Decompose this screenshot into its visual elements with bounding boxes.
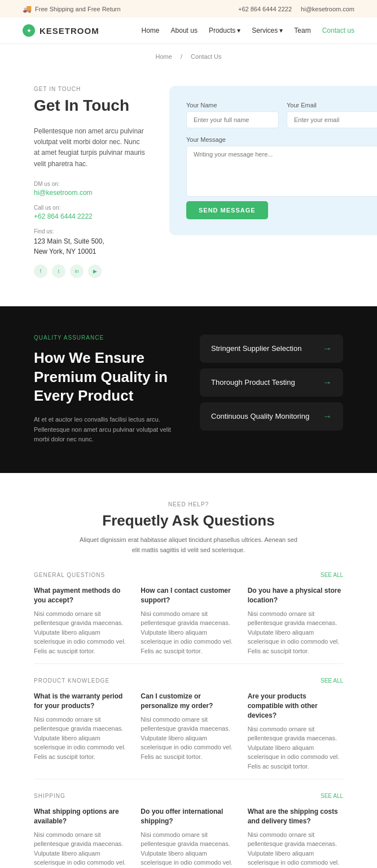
faq-product-grid: What is the warranty period for your pro… [34,692,343,771]
faq-item: Are your products compatible with other … [248,692,343,771]
faq-answer: Nisi commodo ornare sit pellentesque gra… [34,609,129,656]
quality-description: At et et auctor leo convallis facilisi l… [34,415,177,445]
faq-shipping-label: SHIPPING [34,793,65,799]
twitter-icon[interactable]: t [52,264,65,278]
send-button[interactable]: SEND MESSAGE [186,201,268,219]
quality-left: QUALITY ASSURANCE How We Ensure Premium … [34,335,177,445]
youtube-icon[interactable]: ▶ [88,264,102,278]
contact-description: Pellentesque non amet arcu pulvinar volu… [34,126,147,170]
faq-question: What are the shipping costs and delivery… [248,807,343,826]
contact-form-card: Your Name Your Email Your Message SEND M… [169,86,377,235]
quality-item-2-label: Thorough Product Testing [211,378,295,387]
contact-right: Your Name Your Email Your Message SEND M… [169,86,377,278]
faq-question: How can I contact customer support? [141,586,236,605]
faq-subtitle: Aliquet dignissim erat habitasse aliquet… [76,535,301,555]
faq-item: What is the warranty period for your pro… [34,692,129,771]
facebook-icon[interactable]: f [34,264,47,278]
nav-contact[interactable]: Contact us [322,27,354,34]
faq-item: Can I customize or personalize my order?… [141,692,236,771]
faq-answer: Nisi commodo ornare sit pellentesque gra… [34,830,129,868]
nav-links: Home About us Products ▾ Services ▾ Team… [142,27,354,34]
faq-answer: Nisi commodo ornare sit pellentesque gra… [248,830,343,868]
dm-email-link[interactable]: hi@kesetroom.com [34,189,93,197]
faq-shipping-grid: What shipping options are available? Nis… [34,807,343,868]
contact-title: Get In Touch [34,97,147,115]
email-label: Your Email [287,102,377,108]
faq-header: NEED HELP? Frequetly Ask Questions Aliqu… [34,501,343,555]
logo-icon: ✦ [23,24,35,37]
arrow-icon-3: → [323,411,332,422]
faq-product-see-all[interactable]: SEE ALL [321,678,343,684]
call-label: Call us on: [34,205,147,211]
address-line1: 123 Main St, Suite 500, [34,237,104,245]
faq-question: What payment methods do you accept? [34,586,129,605]
address-block: Find us: 123 Main St, Suite 500, New Yor… [34,228,147,257]
nav-about[interactable]: About us [171,27,198,34]
faq-question: What shipping options are available? [34,807,129,826]
nav-home[interactable]: Home [142,27,160,34]
faq-item: Do you offer international shipping? Nis… [141,807,236,868]
address: 123 Main St, Suite 500, New York, NY 100… [34,236,147,257]
top-phone: +62 864 6444 2222 [238,6,292,12]
faq-answer: Nisi commodo ornare sit pellentesque gra… [141,609,236,656]
faq-item: What are the shipping costs and delivery… [248,807,343,868]
quality-label: QUALITY ASSURANCE [34,335,177,341]
nav-team[interactable]: Team [294,27,310,34]
quality-item-1[interactable]: Stringent Supplier Selection → [200,335,343,363]
quality-item-1-label: Stringent Supplier Selection [211,344,301,353]
nav-services[interactable]: Services ▾ [252,27,283,34]
faq-answer: Nisi commodo ornare sit pellentesque gra… [34,715,129,762]
dm-label: DM us on: [34,181,147,187]
faq-item: What payment methods do you accept? Nisi… [34,586,129,656]
faq-question: Do you offer international shipping? [141,807,236,826]
quality-section: QUALITY ASSURANCE How We Ensure Premium … [0,306,377,473]
navbar: ✦ KESETROOM Home About us Products ▾ Ser… [0,18,377,44]
quality-item-3[interactable]: Continuous Quality Monitoring → [200,402,343,431]
call-phone: +62 864 6444 2222 [34,212,147,220]
truck-icon: 🚚 [23,5,32,13]
faq-answer: Nisi commodo ornare sit pellentesque gra… [141,830,236,868]
dm-email: hi@kesetroom.com [34,189,147,197]
breadcrumb: Home / Contact Us [0,44,377,69]
address-line2: New York, NY 10001 [34,248,97,255]
arrow-icon-1: → [323,344,332,354]
logo-text: KESETROOM [40,26,99,36]
faq-question: Can I customize or personalize my order? [141,692,236,711]
quality-item-2[interactable]: Thorough Product Testing → [200,368,343,397]
message-textarea[interactable] [186,146,377,197]
faq-question: Do you have a physical store location? [248,586,343,605]
nav-products[interactable]: Products ▾ [209,27,240,34]
top-email: hi@kesetroom.com [301,6,354,12]
message-label: Your Message [186,136,377,143]
form-name-email-row: Your Name Your Email [186,102,377,128]
chevron-down-icon-2: ▾ [279,27,283,34]
contact-section: GET IN TOUCH Get In Touch Pellentesque n… [0,69,377,306]
top-bar-contact: +62 864 6444 2222 hi@kesetroom.com [238,6,354,12]
email-group: Your Email [287,102,377,128]
name-input[interactable] [186,111,279,128]
faq-product-header: PRODUCT KNOWLEDGE SEE ALL [34,678,343,684]
quality-right: Stringent Supplier Selection → Thorough … [200,335,343,431]
faq-shipping-see-all[interactable]: SEE ALL [321,793,343,799]
faq-title: Frequetly Ask Questions [34,512,343,530]
quality-item-3-label: Continuous Quality Monitoring [211,412,309,420]
instagram-icon[interactable]: in [70,264,84,278]
faq-section: NEED HELP? Frequetly Ask Questions Aliqu… [0,473,377,868]
faq-product-label: PRODUCT KNOWLEDGE [34,678,109,684]
message-group: Your Message [186,136,377,197]
faq-shipping-header: SHIPPING SEE ALL [34,793,343,799]
faq-item: What shipping options are available? Nis… [34,807,129,868]
faq-answer: Nisi commodo ornare sit pellentesque gra… [141,715,236,762]
breadcrumb-home[interactable]: Home [156,53,172,60]
social-icons: f t in ▶ [34,264,147,278]
shipping-notice: 🚚 Free Shipping and Free Return [23,5,121,13]
faq-question: What is the warranty period for your pro… [34,692,129,711]
faq-general-see-all[interactable]: SEE ALL [321,572,343,578]
quality-title: How We Ensure Premium Quality in Every P… [34,349,177,406]
email-input[interactable] [287,111,377,128]
faq-answer: Nisi commodo ornare sit pellentesque gra… [248,609,343,656]
faq-answer: Nisi commodo ornare sit pellentesque gra… [248,724,343,771]
arrow-icon-2: → [323,377,332,388]
logo[interactable]: ✦ KESETROOM [23,24,99,37]
find-label: Find us: [34,228,147,235]
